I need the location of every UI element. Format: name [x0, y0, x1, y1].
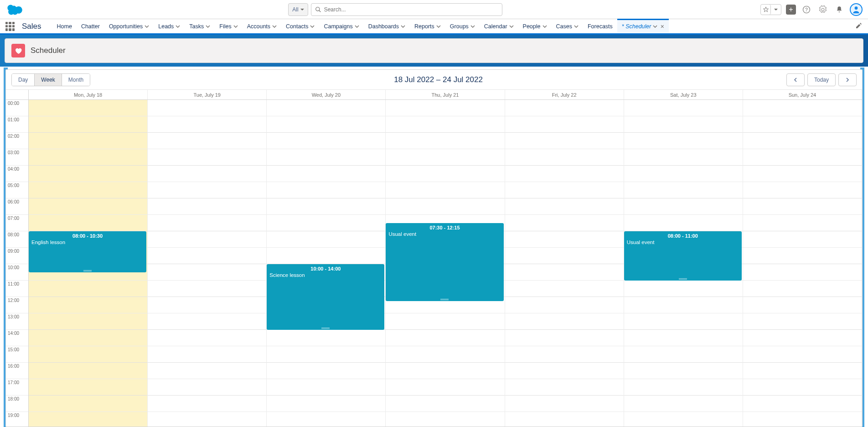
- notifications-bell-icon[interactable]: [833, 4, 845, 16]
- svg-line-1: [319, 10, 320, 12]
- nav-item-label: People: [523, 23, 541, 30]
- favorites-box: [760, 4, 781, 15]
- global-header: All + ?: [0, 0, 868, 19]
- scheduler-page-icon: [11, 44, 25, 57]
- search-input[interactable]: [324, 6, 498, 13]
- app-launcher-icon[interactable]: [5, 22, 15, 31]
- nav-item-label: Leads: [158, 23, 174, 30]
- nav-item-scheduler-active[interactable]: * Scheduler×: [617, 19, 669, 33]
- nav-item-label: Accounts: [247, 23, 270, 30]
- nav-item-label: Campaigns: [324, 23, 352, 30]
- nav-items: HomeChatterOpportunitiesLeadsTasksFilesA…: [52, 19, 669, 33]
- nav-item-label: Opportunities: [109, 23, 143, 30]
- nav-item-label: * Scheduler: [622, 23, 651, 30]
- nav-item-label: Files: [219, 23, 231, 30]
- nav-item-chatter[interactable]: Chatter: [77, 19, 104, 33]
- nav-item-contacts[interactable]: Contacts: [281, 19, 319, 33]
- help-icon[interactable]: ?: [801, 4, 812, 16]
- nav-item-tasks[interactable]: Tasks: [185, 19, 215, 33]
- nav-item-forecasts[interactable]: Forecasts: [583, 19, 617, 33]
- page-band: Scheduler: [0, 35, 868, 67]
- nav-item-label: Contacts: [286, 23, 308, 30]
- nav-item-cases[interactable]: Cases: [552, 19, 583, 33]
- nav-item-label: Dashboards: [368, 23, 399, 30]
- nav-item-campaigns[interactable]: Campaigns: [319, 19, 363, 33]
- nav-item-label: Chatter: [81, 23, 100, 30]
- search-box[interactable]: [311, 3, 502, 16]
- nav-item-label: Calendar: [484, 23, 507, 30]
- favorite-star-icon[interactable]: [761, 5, 771, 15]
- page-title: Scheduler: [31, 46, 66, 55]
- nav-item-calendar[interactable]: Calendar: [480, 19, 518, 33]
- search-icon: [315, 6, 321, 13]
- app-name: Sales: [22, 22, 41, 31]
- global-add-button[interactable]: +: [786, 5, 796, 15]
- nav-edit-pencil-icon[interactable]: [855, 22, 863, 31]
- nav-item-accounts[interactable]: Accounts: [243, 19, 281, 33]
- app-nav-bar: Sales HomeChatterOpportunitiesLeadsTasks…: [0, 19, 868, 35]
- nav-item-label: Cases: [556, 23, 572, 30]
- nav-item-label: Reports: [414, 23, 434, 30]
- favorite-dropdown-icon[interactable]: [771, 5, 781, 15]
- user-avatar[interactable]: [850, 3, 863, 16]
- nav-item-opportunities[interactable]: Opportunities: [104, 19, 154, 33]
- nav-item-leads[interactable]: Leads: [154, 19, 185, 33]
- nav-item-label: Home: [57, 23, 72, 30]
- setup-gear-icon[interactable]: [817, 4, 829, 16]
- nav-item-home[interactable]: Home: [52, 19, 77, 33]
- svg-point-0: [315, 7, 319, 10]
- nav-item-dashboards[interactable]: Dashboards: [364, 19, 410, 33]
- nav-item-reports[interactable]: Reports: [410, 19, 445, 33]
- close-tab-icon[interactable]: ×: [660, 23, 664, 30]
- nav-item-groups[interactable]: Groups: [445, 19, 480, 33]
- salesforce-logo[interactable]: [5, 3, 25, 16]
- search-scope-dropdown[interactable]: All: [288, 3, 308, 16]
- search-scope-label: All: [292, 6, 298, 13]
- nav-item-label: Tasks: [189, 23, 204, 30]
- nav-item-label: Forecasts: [588, 23, 613, 30]
- nav-item-files[interactable]: Files: [215, 19, 242, 33]
- svg-point-4: [855, 6, 858, 10]
- nav-item-people[interactable]: People: [518, 19, 552, 33]
- svg-text:?: ?: [805, 6, 808, 12]
- nav-item-label: Groups: [450, 23, 469, 30]
- page-header: Scheduler: [5, 38, 863, 63]
